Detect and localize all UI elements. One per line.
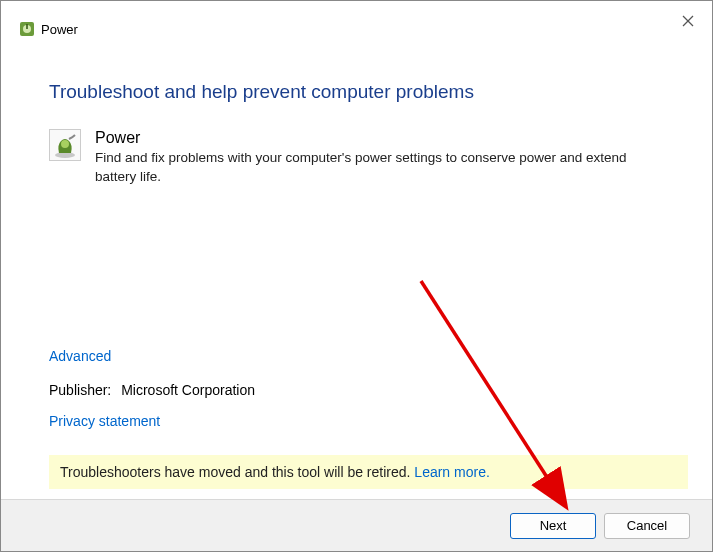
troubleshooter-title: Power <box>95 129 664 147</box>
publisher-row: Publisher: Microsoft Corporation <box>49 382 664 398</box>
publisher-value: Microsoft Corporation <box>121 382 255 398</box>
window-title: Power <box>41 22 78 37</box>
privacy-statement-link[interactable]: Privacy statement <box>49 413 160 429</box>
next-button[interactable]: Next <box>510 513 596 539</box>
cancel-button[interactable]: Cancel <box>604 513 690 539</box>
svg-point-6 <box>61 140 69 148</box>
content-area: Troubleshoot and help prevent computer p… <box>1 45 712 187</box>
power-icon <box>19 21 35 37</box>
page-heading: Troubleshoot and help prevent computer p… <box>49 81 664 103</box>
troubleshooter-icon <box>49 129 81 161</box>
learn-more-link[interactable]: Learn more. <box>414 464 489 480</box>
retirement-banner: Troubleshooters have moved and this tool… <box>49 455 688 489</box>
footer-bar: Next Cancel <box>1 499 712 551</box>
publisher-label: Publisher: <box>49 382 111 398</box>
links-section: Advanced Publisher: Microsoft Corporatio… <box>49 347 664 443</box>
titlebar: Power <box>1 1 712 45</box>
banner-message: Troubleshooters have moved and this tool… <box>60 464 414 480</box>
troubleshooter-text: Power Find and fix problems with your co… <box>95 129 664 187</box>
svg-rect-2 <box>26 24 28 29</box>
close-button[interactable] <box>678 11 698 31</box>
troubleshooter-item: Power Find and fix problems with your co… <box>49 129 664 187</box>
advanced-link[interactable]: Advanced <box>49 348 111 364</box>
troubleshooter-description: Find and fix problems with your computer… <box>95 149 664 187</box>
